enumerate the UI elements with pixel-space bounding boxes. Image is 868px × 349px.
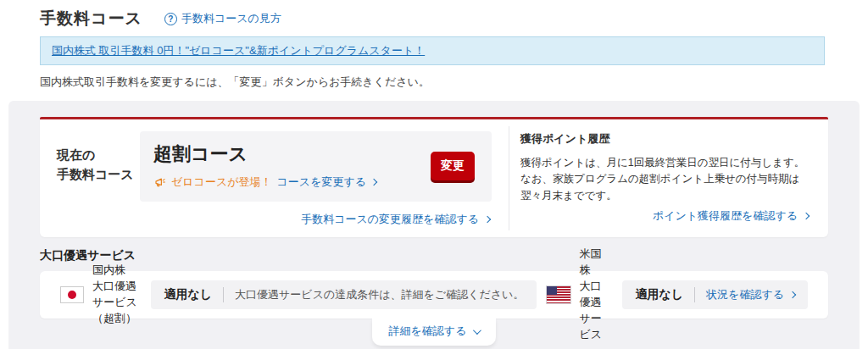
domestic-status-box: 適用なし 大口優遇サービスの達成条件は、詳細をご確認ください。	[151, 280, 537, 309]
help-link[interactable]: ? 手数料コースの見方	[164, 11, 281, 26]
status-badge: 適用なし	[635, 287, 683, 302]
us-flag-icon	[547, 286, 570, 303]
page-description: 国内株式取引手数料を変更するには、「変更」ボタンからお手続きください。	[40, 75, 828, 90]
domestic-service-label: 国内株 大口優遇サービス（超割）	[92, 263, 139, 326]
help-link-label: 手数料コースの見方	[181, 11, 281, 26]
chevron-right-icon	[484, 216, 491, 223]
point-history-heading: 獲得ポイント履歴	[520, 131, 809, 147]
us-service-label: 米国株 大口優遇サービス	[579, 247, 610, 342]
chevron-right-icon	[789, 291, 796, 298]
chevron-right-icon	[370, 179, 377, 186]
current-course-card: 現在の 手数料コース 超割コース ゼロコースが登場！	[40, 117, 828, 237]
detail-toggle-button[interactable]: 詳細を確認する	[372, 319, 496, 346]
course-name: 超割コース	[153, 141, 431, 167]
divider	[223, 287, 224, 302]
divider	[694, 287, 695, 302]
point-history-section: 獲得ポイント履歴 獲得ポイントは、月に1回最終営業日の翌日に付与します。 なお、…	[509, 126, 828, 230]
chevron-down-icon	[473, 326, 481, 335]
change-course-link[interactable]: コースを変更する	[277, 174, 377, 190]
large-lot-heading: 大口優遇サービス	[40, 248, 828, 263]
large-lot-card: 国内株 大口優遇サービス（超割） 適用なし 大口優遇サービスの達成条件は、詳細を…	[40, 271, 828, 319]
question-icon: ?	[164, 13, 177, 25]
point-history-text: 獲得ポイントは、月に1回最終営業日の翌日に付与します。 なお、家族プログラムの超…	[520, 155, 809, 204]
page-header: 手数料コース ? 手数料コースの見方	[0, 0, 868, 30]
status-badge: 適用なし	[164, 287, 212, 302]
current-course-left: 現在の 手数料コース 超割コース ゼロコースが登場！	[40, 119, 509, 237]
fee-history-link[interactable]: 手数料コースの変更履歴を確認する	[301, 212, 492, 227]
us-status-box: 適用なし 状況を確認する	[622, 280, 808, 309]
page-title: 手数料コース	[40, 8, 142, 30]
domestic-status-note: 大口優遇サービスの達成条件は、詳細をご確認ください。	[235, 287, 524, 302]
point-history-link[interactable]: ポイント獲得履歴を確認する	[653, 208, 809, 224]
content-panel: 現在の 手数料コース 超割コース ゼロコースが登場！	[8, 101, 860, 349]
current-course-label: 現在の 手数料コース	[57, 131, 140, 202]
chevron-right-icon	[803, 213, 810, 219]
megaphone-icon	[153, 176, 166, 189]
promo-text: ゼロコースが登場！	[171, 174, 272, 190]
us-status-link[interactable]: 状況を確認する	[706, 287, 795, 302]
campaign-banner: 国内株式 取引手数料 0円！"ゼロコース"&新ポイントプログラムスタート！	[40, 36, 825, 65]
japan-flag-icon	[60, 286, 84, 303]
campaign-banner-link[interactable]: 国内株式 取引手数料 0円！"ゼロコース"&新ポイントプログラムスタート！	[52, 44, 425, 57]
course-box: 超割コース ゼロコースが登場！ コースを変更する	[140, 131, 492, 202]
change-button[interactable]: 変更	[431, 152, 475, 180]
